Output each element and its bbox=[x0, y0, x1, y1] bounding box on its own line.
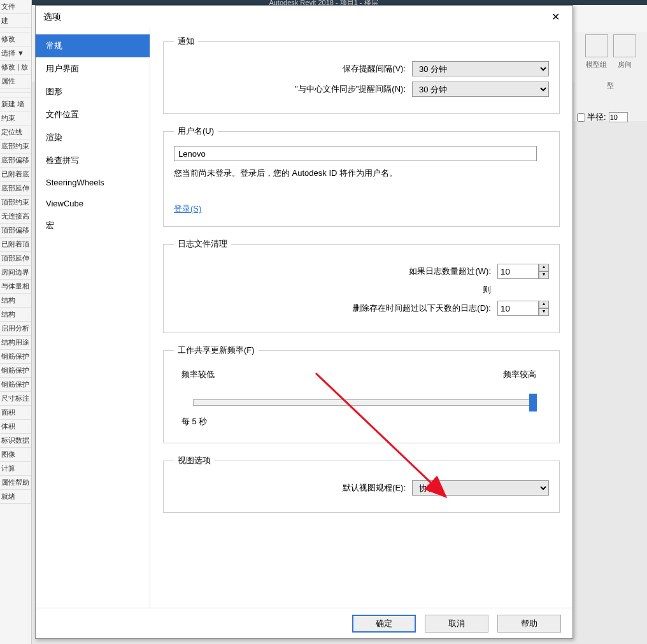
spin-up-icon[interactable]: ▲ bbox=[539, 264, 549, 271]
slider-thumb[interactable] bbox=[529, 394, 537, 411]
dialog-footer: 确定 取消 帮助 bbox=[36, 608, 572, 638]
dialog-titlebar: 选项 ✕ bbox=[36, 6, 572, 28]
log-legend: 日志文件清理 bbox=[174, 238, 231, 250]
login-note: 您当前尚未登录。登录后，您的 Autodesk ID 将作为用户名。 bbox=[174, 168, 549, 179]
default-view-select[interactable]: 协调 bbox=[412, 480, 549, 496]
type-label: 型 bbox=[607, 81, 614, 90]
options-content: 通知 保存提醒间隔(V): 30 分钟 "与中心文件同步"提醒间隔(N): 30… bbox=[150, 28, 572, 608]
cancel-button[interactable]: 取消 bbox=[425, 615, 488, 633]
panel-item: 房间边界 bbox=[0, 266, 31, 280]
panel-item: 新建 墙 bbox=[0, 97, 31, 111]
left-panel: 文件建修改选择 ▼修改 | 放属性新建 墙约束定位线底部约束底部偏移已附着底底部… bbox=[0, 0, 32, 644]
dialog-title: 选项 bbox=[43, 11, 546, 23]
panel-item: 选择 ▼ bbox=[0, 47, 31, 61]
panel-item: 结构 bbox=[0, 308, 31, 322]
notify-legend: 通知 bbox=[174, 36, 198, 47]
panel-item: 底部约束 bbox=[0, 140, 31, 154]
radius-input[interactable] bbox=[609, 112, 628, 122]
ok-button[interactable]: 确定 bbox=[352, 615, 416, 633]
sidebar-item[interactable]: 检查拼写 bbox=[36, 149, 150, 172]
panel-item: 标识数据 bbox=[0, 434, 31, 448]
sidebar-item[interactable]: ViewCube bbox=[36, 193, 150, 214]
panel-item: 文件 bbox=[0, 0, 31, 14]
radius-checkbox[interactable] bbox=[577, 113, 585, 122]
spin-down-icon[interactable]: ▼ bbox=[539, 271, 549, 279]
spin-down-icon[interactable]: ▼ bbox=[539, 308, 549, 316]
model-group-label: 模型组 bbox=[583, 60, 611, 69]
spin-up-icon[interactable]: ▲ bbox=[539, 301, 549, 308]
username-legend: 用户名(U) bbox=[174, 125, 218, 137]
panel-item: 顶部约束 bbox=[0, 196, 31, 210]
panel-item: 属性 bbox=[0, 75, 31, 89]
panel-item: 修改 | 放 bbox=[0, 61, 31, 75]
sidebar-item[interactable]: 常规 bbox=[36, 34, 150, 57]
panel-item: 钢筋保护 bbox=[0, 350, 31, 364]
app-titlebar: Autodesk Revit 2018 - 项目1 - 楼层 bbox=[0, 0, 647, 5]
sync-interval-label: "与中心文件同步"提醒间隔(N): bbox=[174, 83, 412, 95]
sidebar-item[interactable]: 宏 bbox=[36, 214, 150, 237]
panel-item bbox=[0, 28, 31, 32]
options-dialog: 选项 ✕ 常规用户界面图形文件位置渲染检查拼写SteeringWheelsVie… bbox=[35, 5, 573, 639]
panel-item: 约束 bbox=[0, 111, 31, 125]
log-then-label: 则 bbox=[174, 284, 497, 296]
panel-item: 已附着底 bbox=[0, 168, 31, 182]
log-count-label: 如果日志数量超过(W): bbox=[174, 266, 497, 277]
right-ribbon-group: 模型组 房间 型 bbox=[574, 32, 647, 121]
panel-item: 已附着顶 bbox=[0, 238, 31, 252]
view-options-group: 视图选项 默认视图规程(E): 协调 bbox=[163, 455, 560, 513]
save-interval-label: 保存提醒间隔(V): bbox=[174, 63, 412, 75]
panel-item: 结构 bbox=[0, 294, 31, 308]
panel-item: 钢筋保护 bbox=[0, 364, 31, 378]
sidebar-item[interactable]: 用户界面 bbox=[36, 57, 150, 80]
room-label: 房间 bbox=[611, 60, 639, 69]
close-icon[interactable]: ✕ bbox=[546, 8, 565, 25]
frequency-slider[interactable] bbox=[193, 399, 536, 406]
freq-low-label: 频率较低 bbox=[181, 369, 215, 380]
help-button[interactable]: 帮助 bbox=[497, 615, 561, 633]
panel-item: 体积 bbox=[0, 420, 31, 434]
username-group: 用户名(U) 您当前尚未登录。登录后，您的 Autodesk ID 将作为用户名… bbox=[163, 125, 560, 227]
panel-item: 钢筋保护 bbox=[0, 378, 31, 392]
panel-item bbox=[0, 89, 31, 93]
sync-interval-select[interactable]: 30 分钟 bbox=[412, 82, 549, 97]
panel-item: 属性帮助 bbox=[0, 476, 31, 490]
panel-item: 顶部延伸 bbox=[0, 252, 31, 266]
panel-item: 底部偏移 bbox=[0, 154, 31, 168]
panel-item: 计算 bbox=[0, 462, 31, 476]
panel-item: 结构用途 bbox=[0, 336, 31, 350]
model-group-icon[interactable] bbox=[585, 34, 608, 57]
radius-label: 半径: bbox=[587, 111, 606, 123]
panel-item bbox=[0, 93, 31, 97]
panel-item: 与体量相 bbox=[0, 280, 31, 294]
panel-item: 图像 bbox=[0, 448, 31, 462]
default-view-label: 默认视图规程(E): bbox=[174, 482, 412, 494]
log-days-label: 删除存在时间超过以下天数的日志(D): bbox=[174, 303, 497, 314]
frequency-value: 每 5 秒 bbox=[181, 416, 549, 427]
notify-group: 通知 保存提醒间隔(V): 30 分钟 "与中心文件同步"提醒间隔(N): 30… bbox=[163, 36, 560, 114]
options-sidebar: 常规用户界面图形文件位置渲染检查拼写SteeringWheelsViewCube… bbox=[36, 28, 150, 608]
log-days-input[interactable] bbox=[497, 301, 539, 316]
log-cleanup-group: 日志文件清理 如果日志数量超过(W): ▲▼ 则 删除存在时间超过以下天数的日志… bbox=[163, 238, 560, 333]
sidebar-item[interactable]: 文件位置 bbox=[36, 103, 150, 126]
username-input[interactable] bbox=[174, 146, 537, 161]
panel-item: 定位线 bbox=[0, 125, 31, 140]
panel-item: 就绪 bbox=[0, 490, 31, 504]
log-count-input[interactable] bbox=[497, 264, 539, 279]
save-interval-select[interactable]: 30 分钟 bbox=[412, 61, 549, 76]
panel-item: 尺寸标注 bbox=[0, 392, 31, 406]
panel-item: 底部延伸 bbox=[0, 182, 31, 196]
frequency-group: 工作共享更新频率(F) 频率较低 频率较高 每 5 秒 bbox=[163, 345, 560, 443]
radius-option: 半径: bbox=[577, 111, 647, 123]
sidebar-item[interactable]: 图形 bbox=[36, 80, 150, 103]
panel-item: 修改 bbox=[0, 32, 31, 47]
sidebar-item[interactable]: SteeringWheels bbox=[36, 172, 150, 193]
view-legend: 视图选项 bbox=[174, 455, 215, 466]
sidebar-item[interactable]: 渲染 bbox=[36, 126, 150, 149]
panel-item: 建 bbox=[0, 14, 31, 28]
panel-item: 启用分析 bbox=[0, 322, 31, 336]
login-link[interactable]: 登录(S) bbox=[174, 203, 201, 215]
panel-item: 无连接高 bbox=[0, 210, 31, 224]
room-icon[interactable] bbox=[613, 34, 636, 57]
frequency-legend: 工作共享更新频率(F) bbox=[174, 345, 259, 356]
freq-high-label: 频率较高 bbox=[503, 369, 536, 380]
